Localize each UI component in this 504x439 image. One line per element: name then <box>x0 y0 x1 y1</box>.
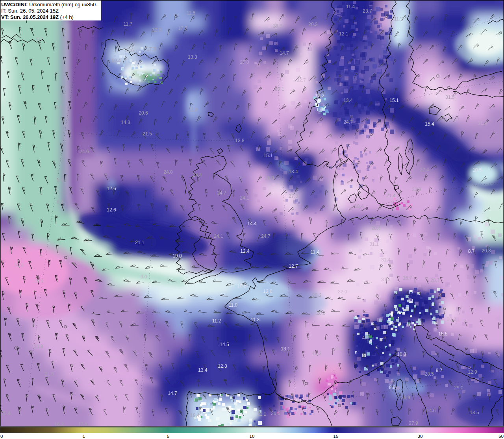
svg-text:17.3: 17.3 <box>326 382 335 387</box>
svg-text:5.8: 5.8 <box>55 104 62 110</box>
svg-text:8.9: 8.9 <box>389 385 396 390</box>
svg-text:5.9: 5.9 <box>57 177 63 183</box>
svg-text:15.5: 15.5 <box>438 331 448 337</box>
svg-text:20.8: 20.8 <box>482 248 491 254</box>
svg-text:20.6: 20.6 <box>139 110 148 116</box>
svg-text:31.1: 31.1 <box>369 241 379 247</box>
svg-text:12.1: 12.1 <box>339 31 348 37</box>
svg-text:25.4: 25.4 <box>1 411 11 416</box>
svg-text:24.7: 24.7 <box>343 119 353 125</box>
svg-text:24.1: 24.1 <box>240 195 249 201</box>
svg-text:28.7: 28.7 <box>430 278 440 283</box>
svg-text:12.3: 12.3 <box>152 27 161 33</box>
svg-text:11.5: 11.5 <box>187 10 196 16</box>
svg-text:0: 0 <box>0 434 3 439</box>
svg-text:31.4: 31.4 <box>478 120 487 126</box>
svg-text:5: 5 <box>167 434 169 439</box>
svg-text:26.6: 26.6 <box>271 411 280 416</box>
svg-text:12.4: 12.4 <box>240 248 250 254</box>
svg-text:18.4: 18.4 <box>354 204 364 209</box>
svg-text:11.4: 11.4 <box>346 4 355 9</box>
svg-text:6.6: 6.6 <box>388 321 395 327</box>
svg-text:24.2: 24.2 <box>391 145 400 150</box>
svg-text:27.0: 27.0 <box>240 59 249 65</box>
svg-text:26.0: 26.0 <box>265 175 274 181</box>
svg-text:11.0: 11.0 <box>229 302 238 308</box>
svg-text:22.9: 22.9 <box>412 187 421 192</box>
svg-text:9.6: 9.6 <box>296 398 303 404</box>
svg-text:VT: Sun. 26.05.2024 19Z (+4 h): VT: Sun. 26.05.2024 19Z (+4 h) <box>1 14 74 20</box>
svg-text:6.2: 6.2 <box>57 199 63 205</box>
svg-text:13.1: 13.1 <box>281 346 290 352</box>
svg-text:14.7: 14.7 <box>168 391 177 396</box>
svg-text:22.4: 22.4 <box>420 167 429 172</box>
svg-text:15: 15 <box>334 434 339 439</box>
svg-text:23.7: 23.7 <box>363 8 372 14</box>
svg-text:13.4: 13.4 <box>198 367 208 373</box>
svg-text:24.7: 24.7 <box>261 233 271 239</box>
svg-text:13.4: 13.4 <box>289 169 298 174</box>
svg-text:30: 30 <box>418 434 423 439</box>
svg-text:24.7: 24.7 <box>217 190 226 196</box>
svg-text:16.7: 16.7 <box>403 275 412 281</box>
svg-text:15.1: 15.1 <box>389 98 399 103</box>
svg-text:11.8: 11.8 <box>189 107 198 113</box>
svg-text:13.3: 13.3 <box>188 54 197 60</box>
svg-text:11.4: 11.4 <box>311 249 320 255</box>
svg-text:24.6: 24.6 <box>80 149 89 154</box>
svg-text:28.5: 28.5 <box>424 371 434 377</box>
svg-text:21.8: 21.8 <box>34 344 43 349</box>
svg-text:10: 10 <box>250 434 255 439</box>
svg-text:21.4: 21.4 <box>386 193 396 198</box>
svg-text:32.7: 32.7 <box>296 78 306 83</box>
svg-text:9.7: 9.7 <box>36 37 43 42</box>
svg-text:34.5: 34.5 <box>467 89 477 94</box>
svg-text:12.6: 12.6 <box>107 207 116 213</box>
svg-text:21.5: 21.5 <box>143 131 152 137</box>
svg-text:13.8: 13.8 <box>235 138 245 143</box>
svg-text:14.3: 14.3 <box>121 120 130 125</box>
svg-text:17.7: 17.7 <box>178 26 187 31</box>
svg-text:36.3: 36.3 <box>14 263 24 268</box>
svg-text:12.8: 12.8 <box>218 363 227 369</box>
svg-text:27.9: 27.9 <box>409 420 418 426</box>
svg-text:35.8: 35.8 <box>34 278 43 284</box>
svg-text:1: 1 <box>83 434 85 439</box>
svg-text:13.5: 13.5 <box>470 410 479 415</box>
svg-text:31.4: 31.4 <box>381 257 391 263</box>
svg-text:27.8: 27.8 <box>289 193 298 199</box>
svg-text:11.3: 11.3 <box>251 317 260 322</box>
svg-text:11.2: 11.2 <box>212 318 221 324</box>
svg-text:14.7: 14.7 <box>280 50 289 56</box>
svg-text:15.4: 15.4 <box>425 121 434 127</box>
svg-text:32.0: 32.0 <box>338 289 347 295</box>
svg-text:IT: Sun. 26. 05. 2024 15Z: IT: Sun. 26. 05. 2024 15Z <box>1 8 59 14</box>
svg-text:24.0: 24.0 <box>163 169 173 175</box>
svg-text:12.0: 12.0 <box>263 289 272 294</box>
svg-text:31.3: 31.3 <box>381 277 391 282</box>
svg-text:14.4: 14.4 <box>247 221 257 226</box>
svg-text:10.5: 10.5 <box>472 167 482 173</box>
svg-text:20.3: 20.3 <box>308 22 318 27</box>
svg-text:31.5: 31.5 <box>445 94 455 100</box>
svg-text:19.0: 19.0 <box>172 253 182 259</box>
svg-text:21.5: 21.5 <box>44 371 54 377</box>
svg-text:10.3: 10.3 <box>397 352 406 357</box>
svg-text:12.6: 12.6 <box>107 186 116 191</box>
svg-text:9.7: 9.7 <box>436 368 443 373</box>
svg-text:28.8: 28.8 <box>273 23 282 29</box>
svg-text:21.1: 21.1 <box>135 240 145 245</box>
svg-text:20.1: 20.1 <box>275 86 284 92</box>
svg-text:19.4: 19.4 <box>190 413 200 418</box>
svg-text:12.9: 12.9 <box>468 369 477 375</box>
svg-text:10.5: 10.5 <box>237 283 246 289</box>
svg-text:19.4: 19.4 <box>111 58 121 63</box>
svg-text:9.0: 9.0 <box>141 274 147 280</box>
svg-text:21.8: 21.8 <box>376 152 385 157</box>
svg-text:10.2: 10.2 <box>315 93 324 98</box>
svg-text:15.1: 15.1 <box>263 153 273 158</box>
svg-text:8.7: 8.7 <box>468 248 475 254</box>
svg-text:11.2: 11.2 <box>394 16 403 22</box>
svg-text:12.7: 12.7 <box>289 263 298 269</box>
svg-text:14.6: 14.6 <box>426 408 436 413</box>
